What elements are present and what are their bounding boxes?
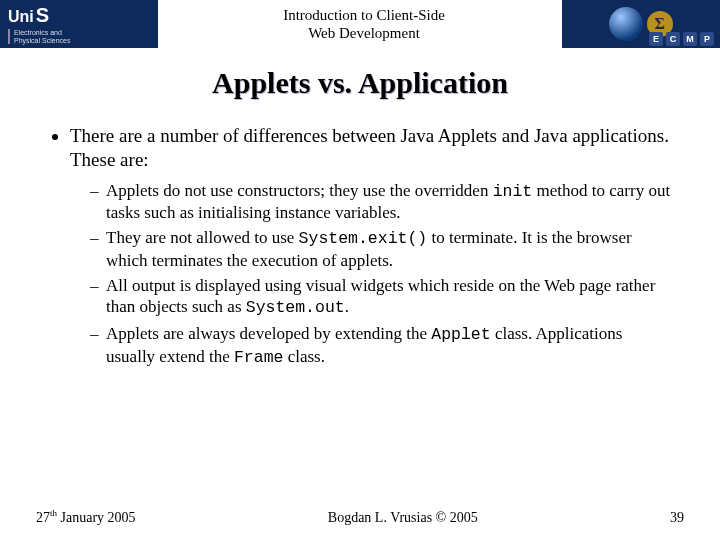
university-logo: UniS [8, 4, 166, 27]
slide-footer: 27th January 2005 Bogdan L. Vrusias © 20… [0, 508, 720, 526]
intro-bullet: There are a number of differences betwee… [70, 124, 672, 368]
dept-line2: Physical Sciences [14, 37, 70, 44]
sub-bullet-4: Applets are always developed by extendin… [90, 323, 672, 368]
footer-date: 27th January 2005 [36, 508, 136, 526]
logo-prefix: Uni [8, 8, 34, 26]
footer-page-number: 39 [670, 510, 684, 526]
footer-author: Bogdan L. Vrusias © 2005 [328, 510, 478, 526]
slide-title: Applets vs. Application [0, 66, 720, 100]
ecmp-c: C [666, 32, 680, 46]
course-line2: Web Development [308, 25, 420, 41]
logo-suffix: S [36, 4, 49, 27]
institution-block: UniS Electronics and Physical Sciences [0, 0, 166, 48]
sub-bullet-1: Applets do not use constructors; they us… [90, 180, 672, 224]
intro-text: There are a number of differences betwee… [70, 125, 669, 170]
ecmp-e: E [649, 32, 663, 46]
code-systemout: System.out [246, 298, 345, 317]
sub-bullet-2: They are not allowed to use System.exit(… [90, 227, 672, 271]
department-name: Electronics and Physical Sciences [8, 29, 166, 44]
ecmp-p: P [700, 32, 714, 46]
code-frame: Frame [234, 348, 283, 367]
dept-line1: Electronics and [14, 29, 62, 36]
sub-bullet-3: All output is displayed using visual wid… [90, 275, 672, 319]
course-line1: Introduction to Client-Side [283, 7, 445, 23]
ecmp-badges: E C M P [649, 32, 714, 46]
course-title-block: Introduction to Client-Side Web Developm… [166, 6, 561, 42]
course-title: Introduction to Client-Side Web Developm… [166, 6, 561, 42]
slide-header: UniS Electronics and Physical Sciences I… [0, 0, 720, 48]
slide-body: There are a number of differences betwee… [0, 100, 720, 368]
code-init: init [493, 182, 533, 201]
code-applet: Applet [431, 325, 490, 344]
globe-icon [609, 7, 643, 41]
header-graphics: Σ E C M P [562, 0, 720, 48]
ecmp-m: M [683, 32, 697, 46]
code-systemexit: System.exit() [299, 229, 428, 248]
